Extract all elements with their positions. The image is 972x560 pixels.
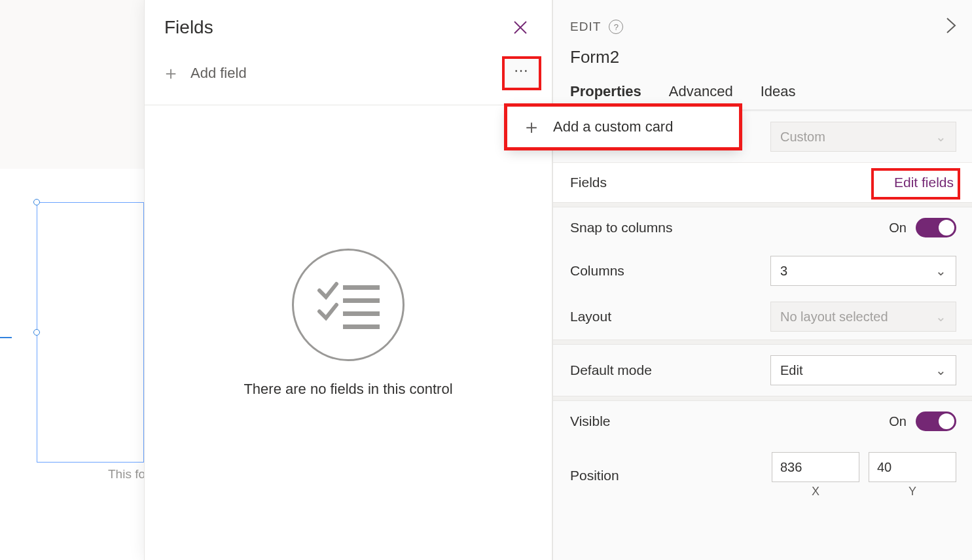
chevron-right-icon (945, 16, 958, 35)
canvas-hint-text: This fo (108, 467, 145, 481)
section-break (553, 396, 972, 401)
control-name: Form2 (553, 42, 972, 70)
add-custom-card-label: Add a custom card (553, 118, 673, 135)
fields-panel-title: Fields (164, 17, 213, 38)
properties-tabs: Properties Advanced Ideas (553, 70, 972, 111)
resize-handle-top-left[interactable] (33, 199, 40, 205)
fields-panel: Fields ＋ Add field ⋯ There are no (144, 0, 552, 560)
resize-handle-mid-left[interactable] (33, 329, 40, 336)
layout-select[interactable]: No layout selected ⌄ (770, 302, 956, 332)
position-y-axis-label: Y (909, 485, 916, 499)
layout-label: Layout (570, 309, 611, 324)
default-mode-select[interactable]: Edit ⌄ (770, 355, 956, 385)
tab-ideas[interactable]: Ideas (761, 83, 796, 109)
default-mode-label: Default mode (570, 362, 652, 378)
layout-value: No layout selected (780, 309, 888, 324)
prop-fields: Fields Edit fields (553, 163, 972, 202)
expand-panel-button[interactable] (945, 16, 958, 38)
snap-value: On (889, 220, 907, 236)
plus-icon: ＋ (522, 114, 541, 141)
visible-label: Visible (570, 413, 610, 429)
columns-value: 3 (780, 264, 787, 279)
chevron-down-icon: ⌄ (935, 309, 946, 324)
canvas-tick (0, 337, 12, 338)
data-source-value: Custom (780, 130, 825, 145)
more-options-button[interactable]: ⋯ (503, 58, 540, 89)
plus-icon: ＋ (162, 64, 180, 82)
more-icon: ⋯ (514, 62, 530, 79)
chevron-down-icon: ⌄ (935, 263, 946, 279)
edit-fields-link[interactable]: Edit fields (891, 173, 956, 192)
default-mode-value: Edit (780, 363, 802, 378)
visible-value: On (889, 414, 907, 429)
prop-position: Position X Y (553, 442, 972, 509)
empty-state-message: There are no fields in this control (243, 381, 452, 398)
help-icon[interactable]: ? (609, 20, 623, 34)
prop-layout: Layout No layout selected ⌄ (553, 294, 972, 340)
section-break (553, 340, 972, 345)
close-fields-button[interactable] (507, 14, 533, 41)
data-source-select[interactable]: Custom ⌄ (770, 122, 956, 152)
properties-panel: EDIT ? Form2 Properties Advanced Ideas D… (552, 0, 972, 560)
form-selection-outline[interactable] (37, 202, 144, 463)
position-y-input[interactable] (869, 452, 956, 482)
prop-default-mode: Default mode Edit ⌄ (553, 345, 972, 396)
section-break (553, 202, 972, 207)
visible-toggle[interactable] (916, 411, 956, 431)
tab-properties[interactable]: Properties (570, 83, 641, 109)
svg-rect-3 (343, 324, 380, 329)
fields-empty-state: There are no fields in this control (145, 249, 552, 398)
edit-label: EDIT (570, 20, 601, 34)
fields-label: Fields (570, 175, 607, 190)
add-custom-card-menu-item[interactable]: ＋ Add a custom card (507, 106, 740, 148)
prop-visible: Visible On (553, 401, 972, 442)
chevron-down-icon: ⌄ (935, 362, 946, 378)
add-field-label: Add field (190, 65, 247, 82)
snap-toggle[interactable] (916, 218, 956, 237)
position-x-axis-label: X (812, 485, 819, 499)
chevron-down-icon: ⌄ (935, 129, 946, 145)
svg-rect-0 (343, 285, 380, 290)
columns-select[interactable]: 3 ⌄ (770, 256, 956, 286)
prop-snap-to-columns: Snap to columns On (553, 207, 972, 248)
prop-columns: Columns 3 ⌄ (553, 248, 972, 294)
position-x-input[interactable] (772, 452, 859, 482)
svg-rect-1 (343, 298, 380, 303)
columns-label: Columns (570, 263, 624, 279)
snap-label: Snap to columns (570, 220, 672, 236)
position-label: Position (570, 468, 619, 483)
close-icon (513, 20, 528, 35)
tab-advanced[interactable]: Advanced (669, 83, 733, 109)
svg-rect-2 (343, 311, 380, 316)
empty-state-icon (292, 249, 405, 361)
add-field-button[interactable]: ＋ Add field (162, 64, 247, 82)
checklist-icon (315, 279, 381, 331)
